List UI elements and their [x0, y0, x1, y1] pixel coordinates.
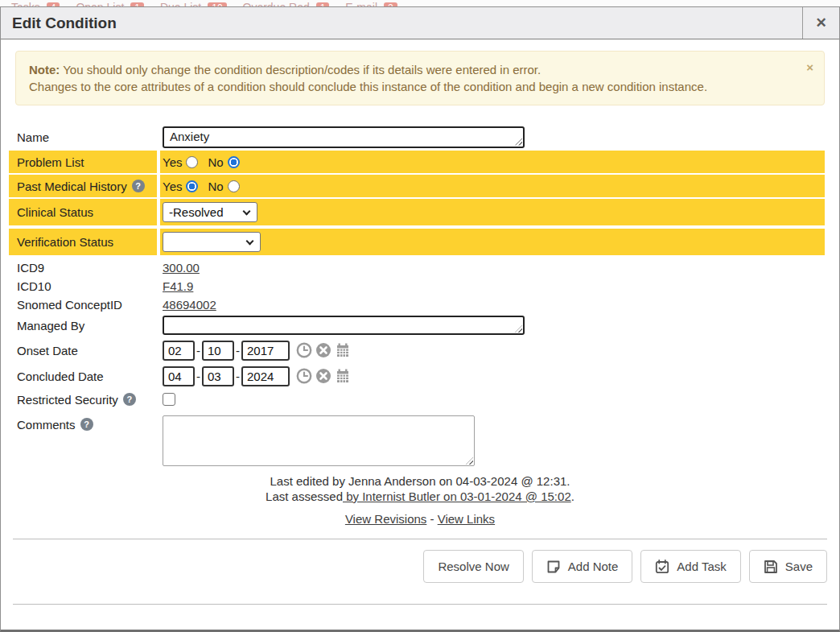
snomed-label: Snomed ConceptID	[17, 298, 122, 312]
icd9-label: ICD9	[17, 261, 44, 275]
background-nav-label: Tasks	[11, 1, 40, 6]
clinical-status-select[interactable]: -Resolved	[163, 202, 257, 222]
background-nav-label: E-mail	[345, 1, 377, 6]
clinical-status-label: Clinical Status	[17, 205, 93, 219]
icd9-code-link[interactable]: 300.00	[163, 261, 200, 275]
snomed-code-link[interactable]: 48694002	[163, 298, 216, 312]
resize-grip-icon[interactable]	[515, 325, 522, 333]
last-edited-text: Last edited by Jenna Anderson on 04-03-2…	[1, 473, 839, 489]
link-separator: -	[430, 512, 434, 526]
problem-list-yes-radio[interactable]	[186, 156, 198, 168]
chevron-down-icon	[243, 208, 251, 216]
last-assessed-link[interactable]: by Internist Butler on 03-01-2024 @ 15:0…	[343, 489, 571, 503]
help-icon[interactable]: ?	[80, 418, 93, 431]
note-line-1: Note: You should only change the conditi…	[29, 61, 795, 78]
problem-list-no-radio[interactable]	[228, 156, 240, 168]
problem-list-yes-option[interactable]: Yes	[163, 155, 198, 169]
close-icon[interactable]: ✕	[802, 7, 839, 39]
dialog-footer: Resolve Now Add Note Add Task Save	[13, 550, 827, 583]
date-separator: -	[236, 344, 240, 357]
problem-list-no-option[interactable]: No	[208, 155, 239, 169]
managed-by-input[interactable]	[163, 316, 525, 335]
concluded-day-input[interactable]	[202, 366, 234, 386]
resolve-now-button[interactable]: Resolve Now	[423, 550, 523, 583]
date-separator: -	[236, 370, 240, 383]
save-icon	[764, 560, 778, 574]
resize-grip-icon[interactable]	[515, 138, 522, 146]
comments-textarea[interactable]	[163, 415, 475, 466]
past-medical-history-yes-option[interactable]: Yes	[163, 180, 198, 193]
name-input[interactable]: Anxiety	[163, 126, 525, 148]
past-medical-history-no-label[interactable]: No	[208, 180, 223, 193]
save-button[interactable]: Save	[749, 550, 827, 583]
onset-month-input[interactable]	[163, 341, 195, 361]
past-medical-history-no-option[interactable]: No	[208, 180, 239, 193]
concluded-year-input[interactable]	[241, 366, 290, 386]
icd10-code-link[interactable]: F41.9	[163, 279, 193, 293]
date-separator: -	[196, 370, 200, 383]
background-page-strip: Tasks4 Open List1 Due List10 Overdue Red…	[0, 0, 840, 6]
current-time-icon[interactable]	[296, 368, 312, 384]
add-note-button[interactable]: Add Note	[532, 550, 633, 583]
note-dismiss-icon[interactable]: ×	[806, 59, 813, 76]
onset-day-input[interactable]	[202, 341, 234, 361]
background-nav-label: Due List	[160, 1, 201, 6]
view-links-line: View Revisions - View Links	[1, 511, 839, 527]
chevron-down-icon	[246, 238, 254, 246]
onset-year-input[interactable]	[241, 341, 290, 361]
problem-list-yes-label[interactable]: Yes	[163, 155, 182, 169]
dialog-title: Edit Condition	[1, 14, 117, 32]
view-revisions-link[interactable]: View Revisions	[345, 512, 426, 526]
audit-info: Last edited by Jenna Anderson on 04-03-2…	[1, 473, 839, 527]
clear-date-icon[interactable]	[315, 342, 331, 358]
icd10-row: ICD10 F41.9	[9, 277, 825, 295]
calendar-icon[interactable]	[335, 368, 351, 384]
last-assessed-line: Last assessed by Internist Butler on 03-…	[1, 489, 839, 504]
past-medical-history-label: Past Medical History	[17, 180, 127, 193]
name-value: Anxiety	[170, 130, 209, 143]
last-assessed-prefix: Last assessed	[266, 489, 343, 503]
bottom-divider	[13, 604, 827, 605]
date-separator: -	[196, 344, 200, 357]
current-time-icon[interactable]	[296, 342, 312, 358]
comments-row: Comments ?	[9, 414, 825, 466]
clinical-status-row: Clinical Status -Resolved	[9, 199, 825, 225]
note-prefix: Note:	[29, 63, 60, 76]
note-line-2: Changes to the core attributes of a cond…	[29, 78, 795, 95]
onset-date-label: Onset Date	[17, 344, 78, 357]
icd10-label: ICD10	[17, 279, 51, 293]
managed-by-label: Managed By	[17, 319, 84, 333]
problem-list-no-label[interactable]: No	[208, 155, 223, 169]
icd9-row: ICD9 300.00	[9, 258, 825, 277]
verification-status-select[interactable]	[163, 232, 261, 252]
past-medical-history-row: Past Medical History ? Yes No	[9, 175, 825, 197]
condition-form: Name Anxiety Problem List Yes No	[9, 125, 825, 466]
concluded-month-input[interactable]	[163, 366, 195, 386]
name-label: Name	[17, 130, 49, 144]
concluded-date-row: Concluded Date - -	[9, 364, 825, 388]
restricted-security-checkbox[interactable]	[163, 393, 175, 406]
past-medical-history-yes-radio[interactable]	[186, 180, 198, 192]
view-links-link[interactable]: View Links	[438, 512, 495, 526]
resolve-now-label: Resolve Now	[438, 560, 509, 573]
edit-condition-dialog: Edit Condition ✕ Note: You should only c…	[0, 6, 840, 632]
snomed-row: Snomed ConceptID 48694002	[9, 295, 825, 314]
past-medical-history-yes-label[interactable]: Yes	[163, 180, 182, 193]
add-task-button[interactable]: Add Task	[640, 550, 740, 583]
clinical-status-value: -Resolved	[169, 205, 224, 219]
past-medical-history-no-radio[interactable]	[228, 180, 240, 192]
resize-grip-icon[interactable]	[466, 457, 473, 465]
help-icon[interactable]: ?	[132, 180, 145, 192]
warning-note-banner: Note: You should only change the conditi…	[15, 51, 825, 105]
dialog-header: Edit Condition ✕	[1, 7, 839, 39]
save-label: Save	[785, 560, 813, 573]
calendar-check-icon	[655, 560, 669, 574]
note-icon	[546, 560, 561, 574]
onset-date-row: Onset Date - -	[9, 338, 825, 362]
clear-date-icon[interactable]	[315, 368, 331, 384]
help-icon[interactable]: ?	[123, 393, 136, 406]
verification-status-label: Verification Status	[17, 235, 113, 249]
background-nav-label: Open List	[76, 1, 124, 6]
problem-list-row: Problem List Yes No	[9, 151, 825, 173]
calendar-icon[interactable]	[335, 342, 351, 358]
